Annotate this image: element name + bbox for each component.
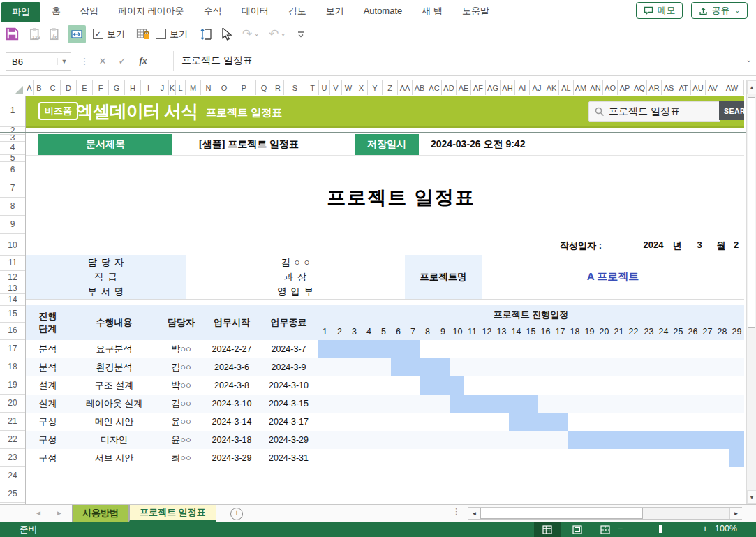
- column-header-cell[interactable]: AT: [676, 80, 691, 95]
- cancel-entry-button[interactable]: ✕: [94, 52, 112, 69]
- vertical-scrollbar[interactable]: ▲ ▼: [746, 80, 756, 504]
- column-header-cell[interactable]: AF: [471, 80, 486, 95]
- column-header-cell[interactable]: Z: [383, 80, 398, 95]
- column-header-cell[interactable]: AS: [662, 80, 676, 95]
- column-header-cell[interactable]: AO: [603, 80, 618, 95]
- gantt-cell-owner[interactable]: 박○○: [158, 376, 204, 395]
- normal-view-button[interactable]: [534, 522, 561, 537]
- sheet-nav-right-icon[interactable]: ►: [56, 509, 63, 517]
- gantt-cell-owner[interactable]: 김○○: [158, 395, 204, 413]
- gantt-cell-owner[interactable]: 윤○○: [158, 431, 204, 449]
- scroll-right-icon[interactable]: ►: [729, 508, 742, 519]
- column-header-cell[interactable]: AE: [457, 80, 471, 95]
- column-header-cell[interactable]: V: [330, 80, 342, 95]
- column-header-cell[interactable]: K: [169, 80, 176, 95]
- gantt-cell-start[interactable]: 2024-3-29: [204, 449, 260, 467]
- undo-button[interactable]: ↶⌄: [269, 25, 286, 43]
- column-header-cell[interactable]: D: [61, 80, 77, 95]
- scroll-left-icon[interactable]: ◄: [468, 508, 481, 519]
- row-header-cell[interactable]: 11: [0, 256, 25, 269]
- gantt-row[interactable]: 설계구조 설계박○○2024-3-82024-3-10: [26, 376, 744, 395]
- column-header-cell[interactable]: X: [355, 80, 368, 95]
- row-header-cell[interactable]: 17: [0, 342, 25, 355]
- insert-function-button[interactable]: fx: [134, 52, 152, 69]
- gantt-cell-task[interactable]: 디자인: [70, 431, 158, 449]
- row-header-cell[interactable]: 9: [0, 218, 25, 230]
- fit-columns-button[interactable]: [68, 25, 86, 43]
- column-header-cell[interactable]: M: [186, 80, 201, 95]
- file-tab[interactable]: 파일: [1, 2, 40, 22]
- view-option-checked[interactable]: ✓ 보기: [93, 25, 125, 43]
- banner-search-input[interactable]: 프로젝트 일정표: [588, 101, 720, 122]
- gantt-cell-task[interactable]: 메인 시안: [70, 413, 158, 431]
- column-header-cell[interactable]: L: [176, 80, 186, 95]
- column-header-cell[interactable]: AL: [559, 80, 574, 95]
- ribbon-tab-페이지 레이아웃[interactable]: 페이지 레이아웃: [108, 0, 194, 22]
- gantt-cell-stage[interactable]: 구성: [26, 413, 70, 431]
- column-header-cell[interactable]: F: [93, 80, 109, 95]
- column-header-cell[interactable]: J: [156, 80, 169, 95]
- row-header-cell[interactable]: 7: [0, 182, 25, 194]
- column-header-cell[interactable]: AJ: [530, 80, 544, 95]
- column-header-cell[interactable]: AQ: [632, 80, 647, 95]
- ribbon-tab-도움말[interactable]: 도움말: [452, 0, 499, 22]
- column-header-cell[interactable]: O: [216, 80, 232, 95]
- ribbon-tab-보기[interactable]: 보기: [316, 0, 354, 22]
- row-header-cell[interactable]: 23: [0, 451, 25, 464]
- column-header-cell[interactable]: G: [109, 80, 125, 95]
- gantt-cell-owner[interactable]: 박○○: [158, 340, 204, 358]
- gantt-row[interactable]: 구성디자인윤○○2024-3-182024-3-29: [26, 431, 744, 449]
- column-header-cell[interactable]: AN: [588, 80, 603, 95]
- row-header-cell[interactable]: 14: [0, 293, 25, 306]
- gantt-cell-stage[interactable]: 설계: [26, 395, 70, 413]
- column-header-cell[interactable]: AH: [501, 80, 515, 95]
- gantt-cell-end[interactable]: 2024-3-31: [260, 449, 318, 467]
- gantt-cell-task[interactable]: 레이아웃 설계: [70, 395, 158, 413]
- gantt-cell-task[interactable]: 요구분석: [70, 340, 158, 358]
- zoom-slider-thumb[interactable]: [659, 525, 662, 533]
- row-header-cell[interactable]: 5: [0, 152, 25, 164]
- name-box-splitter-icon[interactable]: ⋮: [75, 52, 94, 69]
- redo-button[interactable]: ↷⌄: [242, 25, 259, 43]
- column-header-cell[interactable]: N: [201, 80, 216, 95]
- comments-button[interactable]: 메모: [636, 2, 683, 19]
- search-button[interactable]: SEARCH: [719, 101, 744, 120]
- vertical-scroll-thumb[interactable]: [748, 97, 755, 328]
- gantt-cell-start[interactable]: 2024-3-10: [204, 395, 260, 413]
- gantt-row[interactable]: 분석요구분석박○○2024-2-272024-3-7: [26, 340, 744, 358]
- column-header-cell[interactable]: AG: [486, 80, 501, 95]
- page-break-view-button[interactable]: [592, 522, 618, 537]
- gantt-cell-start[interactable]: 2024-3-6: [204, 358, 260, 376]
- column-header-cell[interactable]: Q: [256, 80, 272, 95]
- gantt-row[interactable]: 구성메인 시안윤○○2024-3-142024-3-17: [26, 413, 744, 431]
- column-header-cell[interactable]: H: [125, 80, 141, 95]
- zoom-level[interactable]: 100%: [715, 524, 737, 534]
- column-header-cell[interactable]: AV: [706, 80, 720, 95]
- name-box[interactable]: B6 ▼: [6, 52, 71, 71]
- column-header-cell[interactable]: S: [284, 80, 306, 95]
- row-header-cell[interactable]: 1: [0, 104, 25, 117]
- paste-values-button[interactable]: 123: [29, 25, 42, 43]
- qat-overflow-button[interactable]: [297, 25, 305, 43]
- share-button[interactable]: 공유 ⌄: [691, 2, 748, 19]
- column-header-cell[interactable]: AU: [691, 80, 706, 95]
- gantt-cell-stage[interactable]: 설계: [26, 376, 70, 395]
- scroll-down-icon[interactable]: ▼: [747, 490, 756, 504]
- ribbon-tab-검토[interactable]: 검토: [279, 0, 316, 22]
- sheet-tab-프로젝트 일정표[interactable]: 프로젝트 일정표: [129, 505, 216, 522]
- ribbon-tab-삽입[interactable]: 삽입: [71, 0, 108, 22]
- gantt-cell-end[interactable]: 2024-3-17: [260, 413, 318, 431]
- gantt-cell-start[interactable]: 2024-2-27: [204, 340, 260, 358]
- view-option-unchecked[interactable]: 보기: [156, 25, 188, 43]
- select-cursor-button[interactable]: [221, 25, 232, 43]
- column-header-cell[interactable]: AB: [413, 80, 427, 95]
- column-header-cell[interactable]: B: [34, 80, 45, 95]
- column-header-cell[interactable]: E: [77, 80, 93, 95]
- select-all-corner[interactable]: [15, 86, 23, 94]
- row-header-cell[interactable]: 16: [0, 324, 25, 337]
- row-header-cell[interactable]: 22: [0, 433, 25, 446]
- page-layout-view-button[interactable]: [564, 522, 591, 537]
- column-header-cell[interactable]: Y: [368, 80, 383, 95]
- ribbon-tab-새 탭[interactable]: 새 탭: [412, 0, 452, 22]
- column-header-cell[interactable]: W: [342, 80, 355, 95]
